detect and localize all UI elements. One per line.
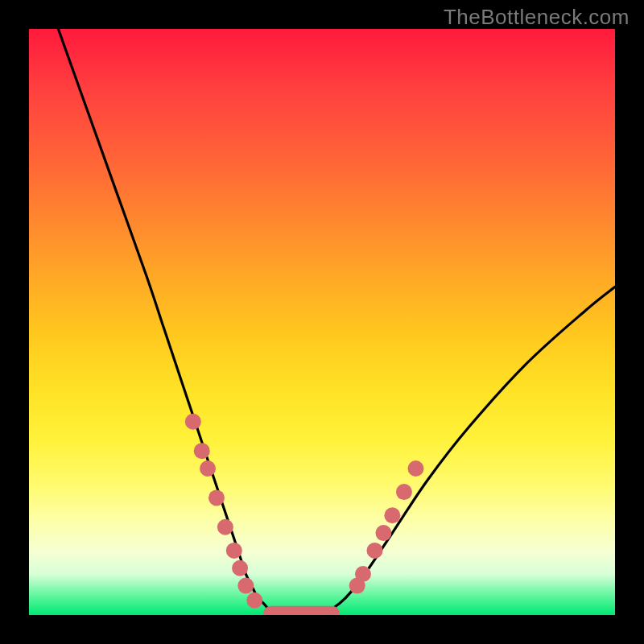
highlight-dot [367, 543, 383, 559]
highlight-dot [217, 519, 233, 535]
highlight-dot [226, 543, 242, 559]
highlight-dot [246, 592, 262, 609]
highlight-dot [185, 414, 201, 430]
highlight-dot [237, 578, 254, 594]
bottleneck-curve [58, 29, 615, 615]
highlight-dot [200, 460, 216, 477]
chart-svg [29, 29, 615, 615]
highlight-dot [208, 489, 225, 506]
highlight-dot [194, 443, 210, 459]
highlight-dot [384, 507, 400, 523]
highlight-dot [232, 560, 248, 576]
highlight-dot [355, 566, 371, 582]
highlight-dot [375, 525, 391, 541]
marker-layer [185, 414, 424, 615]
plot-area [29, 29, 615, 615]
chart-container: TheBottleneck.com [0, 0, 644, 644]
curve-layer [58, 29, 615, 615]
watermark-text: TheBottleneck.com [444, 5, 630, 30]
highlight-dot [407, 460, 423, 477]
flat-minimum-segment [263, 606, 340, 615]
highlight-dot [396, 484, 412, 500]
